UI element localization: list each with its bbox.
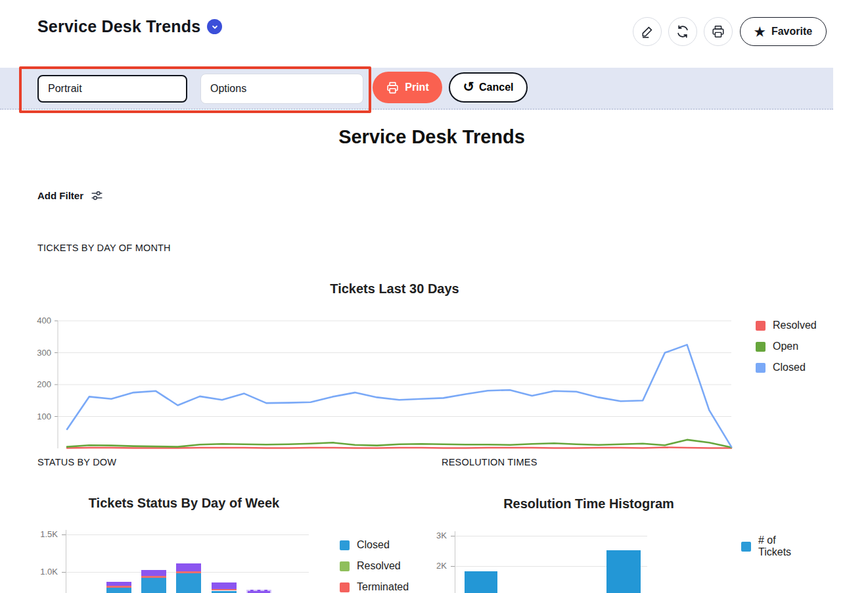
cancel-label: Cancel	[479, 82, 513, 93]
y-tick-label: 2K	[423, 561, 447, 571]
line-series-open[interactable]	[67, 440, 731, 448]
section-status-by-dow: STATUS BY DOW	[37, 457, 116, 467]
line-chart-title: Tickets Last 30 Days	[58, 281, 731, 296]
legend-label: Terminated	[357, 581, 409, 593]
histogram-title: Resolution Time Histogram	[434, 496, 744, 511]
y-axis	[66, 530, 66, 593]
bar-segment[interactable]	[106, 586, 131, 588]
legend-item[interactable]: Open	[756, 341, 798, 352]
bar-segment[interactable]	[176, 573, 201, 593]
histogram-bar[interactable]	[465, 571, 497, 593]
histogram-bar[interactable]	[606, 550, 641, 593]
y-tick-label: 400	[25, 316, 51, 325]
dow-chart-title: Tickets Status By Day of Week	[39, 496, 329, 511]
legend-swatch	[340, 540, 350, 550]
y-tick-label: 1.0K	[32, 567, 58, 577]
section-resolution-times: RESOLUTION TIMES	[442, 457, 537, 467]
section-tickets-by-day-of-month: TICKETS BY DAY OF MONTH	[37, 243, 171, 253]
legend-swatch	[756, 321, 765, 331]
page-title: Service Desk Trends	[37, 17, 222, 36]
bar-segment[interactable]	[141, 570, 166, 577]
line-series-closed[interactable]	[67, 344, 731, 446]
legend-item[interactable]: Terminated	[340, 581, 409, 593]
options-select[interactable]: Options	[200, 74, 363, 104]
legend-item[interactable]: Resolved	[340, 560, 401, 572]
orientation-select[interactable]: Portrait	[37, 75, 187, 103]
printer-icon	[711, 24, 725, 39]
edit-pencil-icon	[640, 24, 654, 39]
undo-icon: ↺	[463, 80, 474, 94]
bar-segment[interactable]	[106, 582, 131, 586]
legend-item[interactable]: # of Tickets	[741, 534, 791, 558]
bar-segment[interactable]	[176, 571, 201, 573]
y-axis	[455, 531, 455, 593]
orientation-value: Portrait	[48, 83, 82, 95]
bar-segment[interactable]	[141, 578, 166, 593]
star-icon: ★	[754, 26, 765, 38]
legend-item[interactable]: Closed	[756, 362, 806, 373]
y-tick-label: 3K	[423, 531, 447, 540]
gridline	[455, 536, 647, 536]
y-tick-label: 300	[25, 348, 51, 358]
bar-segment[interactable]	[106, 588, 131, 593]
line-chart-plot	[55, 316, 735, 451]
refresh-icon	[675, 24, 690, 39]
page-title-text: Service Desk Trends	[37, 17, 200, 36]
printer-icon	[386, 81, 400, 95]
y-tick-label: 200	[25, 379, 51, 389]
options-value: Options	[210, 83, 246, 95]
legend-label: Resolved	[357, 560, 401, 572]
legend-label: Closed	[773, 362, 806, 373]
legend-swatch	[340, 561, 350, 571]
legend-label: Resolved	[773, 320, 817, 331]
cancel-button[interactable]: ↺ Cancel	[449, 72, 528, 103]
y-tick-label: 1.5K	[32, 529, 58, 539]
legend-swatch	[756, 363, 765, 373]
favorite-button[interactable]: ★ Favorite	[740, 17, 827, 46]
edit-button[interactable]	[633, 17, 662, 46]
bar-segment[interactable]	[212, 591, 237, 593]
legend-item[interactable]: Closed	[340, 539, 390, 551]
filter-sliders-icon	[90, 189, 104, 202]
legend-item[interactable]: Resolved	[756, 320, 817, 331]
service-desk-trends-page: Service Desk Trends ★ Favorite Portrait …	[0, 0, 868, 593]
report-title: Service Desk Trends	[0, 126, 863, 148]
print-button[interactable]: Print	[373, 72, 442, 103]
favorite-label: Favorite	[771, 26, 812, 37]
add-filter-button[interactable]: Add Filter	[37, 189, 104, 202]
legend-label: Closed	[357, 539, 390, 551]
legend-swatch	[741, 542, 751, 552]
legend-label: # of Tickets	[758, 534, 791, 558]
print-label: Print	[405, 82, 428, 93]
refresh-button[interactable]	[668, 17, 697, 46]
legend-swatch	[756, 342, 765, 352]
bar-segment[interactable]	[141, 576, 166, 578]
title-dropdown-button[interactable]	[207, 19, 222, 34]
bar-segment[interactable]	[176, 563, 201, 571]
legend-swatch	[340, 582, 350, 592]
y-tick-label: 100	[25, 412, 51, 421]
bar-segment[interactable]	[212, 589, 237, 591]
bar-segment[interactable]	[212, 582, 237, 589]
legend-label: Open	[773, 341, 798, 352]
chevron-down-icon	[210, 22, 219, 32]
print-icon-button[interactable]	[704, 17, 733, 46]
gridline	[66, 534, 309, 535]
bar-segment[interactable]	[246, 590, 271, 593]
add-filter-label: Add Filter	[37, 190, 83, 201]
